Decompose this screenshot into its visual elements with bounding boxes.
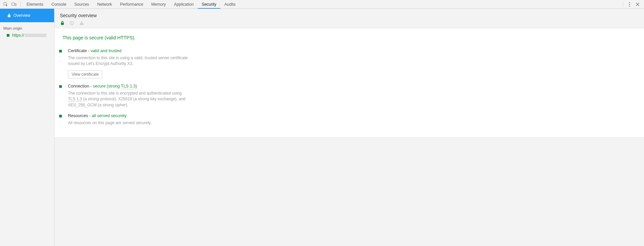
connection-desc-tls: TLS 1.3	[68, 97, 82, 102]
connection-block: Connection - secure (strong TLS 1.3) The…	[54, 82, 263, 111]
dash: -	[88, 113, 92, 118]
tab-elements[interactable]: Elements	[23, 0, 47, 9]
close-icon[interactable]	[634, 1, 641, 8]
secure-bullet-icon	[59, 115, 62, 117]
tab-network[interactable]: Network	[93, 0, 116, 9]
sidebar-overview-label: Overview	[13, 13, 30, 18]
tab-application[interactable]: Application	[170, 0, 198, 9]
tab-sources[interactable]: Sources	[70, 0, 93, 9]
separator	[20, 2, 21, 7]
certificate-desc: The connection to this site is using a v…	[68, 55, 189, 67]
connection-status-post: )	[136, 84, 137, 89]
svg-rect-6	[8, 15, 10, 17]
workspace: Overview Main origin https:// Security o…	[0, 9, 644, 246]
resources-title: Resources - all served securely	[68, 113, 259, 118]
resources-block: Resources - all served securely All reso…	[54, 111, 263, 129]
svg-point-9	[72, 22, 72, 23]
svg-rect-10	[72, 23, 72, 24]
sidebar-item-overview[interactable]: Overview	[0, 9, 54, 22]
secure-bullet-icon	[59, 50, 62, 52]
sidebar-origin-item[interactable]: https://	[0, 32, 54, 38]
secure-square-icon	[7, 34, 9, 37]
dash: -	[87, 48, 90, 53]
security-content: This page is secure (valid HTTPS). Certi…	[54, 28, 644, 138]
device-toggle-icon[interactable]	[10, 1, 17, 8]
separator	[623, 2, 623, 7]
info-icon	[70, 21, 74, 25]
resources-status: all served securely	[92, 113, 127, 118]
page-title: Security overview	[54, 9, 644, 21]
connection-desc: The connection to this site is encrypted…	[68, 91, 189, 108]
lock-icon	[7, 13, 11, 17]
tab-console[interactable]: Console	[47, 0, 70, 9]
sidebar-section-main-origin: Main origin	[0, 22, 54, 32]
security-main: Security overview This page is secure (v…	[54, 9, 644, 246]
tab-performance[interactable]: Performance	[116, 0, 147, 9]
svg-point-5	[629, 5, 630, 6]
secure-bullet-icon	[59, 85, 62, 88]
svg-rect-7	[61, 23, 64, 25]
connection-lead: Connection	[68, 84, 89, 89]
tab-security[interactable]: Security	[198, 0, 220, 9]
connection-status-pre: secure (strong	[93, 84, 121, 89]
svg-point-4	[629, 4, 630, 5]
svg-rect-11	[81, 23, 82, 24]
svg-rect-1	[11, 3, 14, 5]
certificate-lead: Certificate	[68, 48, 87, 53]
kebab-menu-icon[interactable]	[626, 1, 633, 8]
security-sidebar: Overview Main origin https://	[0, 9, 54, 246]
tab-memory[interactable]: Memory	[147, 0, 170, 9]
origin-host-redacted	[25, 34, 46, 37]
origin-scheme: https://	[12, 33, 24, 38]
svg-point-3	[629, 2, 630, 3]
lock-secure-icon	[61, 21, 64, 25]
connection-status-tls: TLS 1.3	[121, 84, 136, 89]
resources-desc: All resources on this page are served se…	[68, 120, 189, 126]
view-certificate-button[interactable]: View certificate	[68, 70, 102, 78]
devtools-tab-bar: Elements Console Sources Network Perform…	[0, 0, 644, 9]
resources-lead: Resources	[68, 113, 88, 118]
connection-title: Connection - secure (strong TLS 1.3)	[68, 84, 259, 89]
security-status-icons	[54, 21, 644, 28]
certificate-block: Certificate - valid and trusted The conn…	[54, 46, 263, 82]
tab-audits[interactable]: Audits	[220, 0, 239, 9]
inspect-icon[interactable]	[2, 1, 9, 8]
certificate-title: Certificate - valid and trusted	[68, 48, 259, 53]
svg-rect-2	[15, 3, 16, 6]
certificate-status: valid and trusted	[90, 48, 121, 53]
svg-rect-12	[81, 24, 82, 24]
dash: -	[89, 84, 93, 89]
connection-desc-post: (a strong protocol), X25519 (a strong ke…	[68, 97, 186, 107]
connection-desc-pre: The connection to this site is encrypted…	[68, 91, 182, 96]
warning-icon	[79, 21, 84, 25]
security-headline: This page is secure (valid HTTPS).	[54, 34, 644, 46]
